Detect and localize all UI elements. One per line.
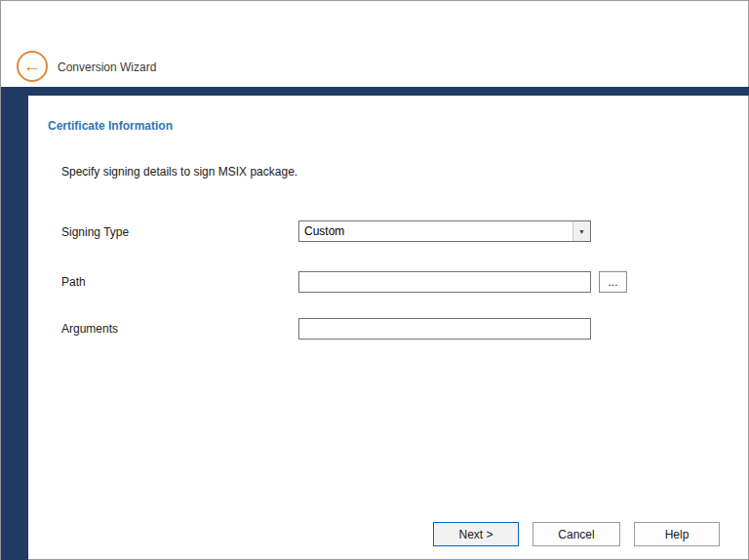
signing-type-value: Custom [299,221,572,241]
wizard-header: ← Conversion Wizard [1,1,748,87]
back-button[interactable]: ← [17,51,48,82]
arguments-input[interactable] [298,318,591,340]
back-arrow-icon: ← [23,57,42,75]
cancel-button[interactable]: Cancel [532,522,620,546]
path-input[interactable] [298,271,591,293]
page-title: Certificate Information [48,119,173,133]
chevron-down-icon[interactable]: ▼ [572,221,590,241]
next-button[interactable]: Next > [433,522,519,546]
browse-button[interactable]: ... [599,271,627,293]
signing-type-label: Signing Type [61,225,129,239]
signing-type-combobox[interactable]: Custom ▼ [298,220,591,242]
navy-top-band [1,87,749,96]
page-description: Specify signing details to sign MSIX pac… [61,165,297,179]
help-button[interactable]: Help [634,522,720,546]
arguments-label: Arguments [61,322,118,336]
path-label: Path [61,275,86,289]
wizard-title: Conversion Wizard [58,60,156,74]
navy-left-band [1,87,28,560]
conversion-wizard-window: ✕ ← Conversion Wizard Certificate Inform… [0,0,749,560]
